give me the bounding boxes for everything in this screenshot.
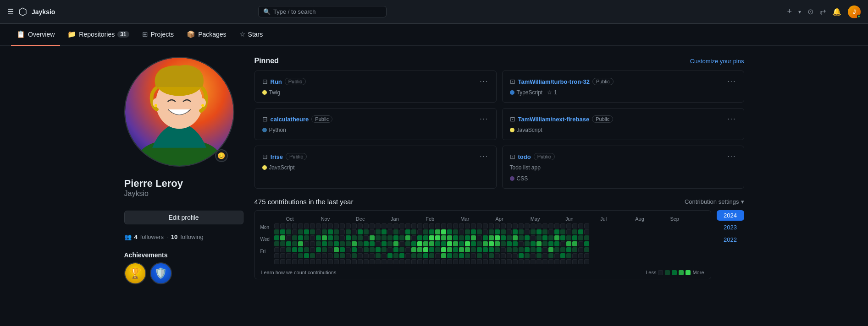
- contrib-cell[interactable]: [554, 229, 559, 234]
- contrib-cell[interactable]: [393, 229, 398, 234]
- contrib-cell[interactable]: [584, 235, 589, 240]
- contrib-cell[interactable]: [298, 247, 303, 252]
- followers-label[interactable]: followers: [140, 234, 164, 240]
- year-btn-2022[interactable]: 2022: [717, 234, 744, 245]
- contrib-cell[interactable]: [280, 235, 285, 240]
- contrib-cell[interactable]: [542, 235, 547, 240]
- contrib-cell[interactable]: [411, 259, 416, 264]
- avatar[interactable]: J: [848, 5, 861, 18]
- contrib-cell[interactable]: [346, 247, 351, 252]
- contrib-cell[interactable]: [340, 253, 345, 258]
- contrib-cell[interactable]: [292, 235, 297, 240]
- contrib-cell[interactable]: [572, 229, 577, 234]
- contrib-cell[interactable]: [435, 247, 440, 252]
- contrib-cell[interactable]: [352, 247, 357, 252]
- contrib-cell[interactable]: [429, 235, 434, 240]
- contrib-cell[interactable]: [542, 259, 547, 264]
- contrib-cell[interactable]: [417, 235, 422, 240]
- contrib-cell[interactable]: [340, 229, 345, 234]
- contrib-cell[interactable]: [447, 223, 452, 228]
- contrib-cell[interactable]: [566, 235, 571, 240]
- contrib-cell[interactable]: [459, 253, 464, 258]
- contrib-cell[interactable]: [405, 253, 410, 258]
- contrib-cell[interactable]: [531, 241, 536, 246]
- contrib-cell[interactable]: [560, 235, 565, 240]
- contrib-cell[interactable]: [364, 241, 369, 246]
- contrib-cell[interactable]: [453, 259, 458, 264]
- contrib-cell[interactable]: [572, 223, 577, 228]
- contrib-cell[interactable]: [441, 229, 446, 234]
- contrib-cell[interactable]: [387, 259, 393, 264]
- contrib-cell[interactable]: [531, 229, 536, 234]
- pinned-card-run-dots[interactable]: ···: [480, 77, 488, 86]
- contrib-cell[interactable]: [274, 247, 279, 252]
- contrib-cell[interactable]: [507, 235, 512, 240]
- contrib-cell[interactable]: [292, 241, 297, 246]
- contrib-cell[interactable]: [411, 229, 416, 234]
- contrib-cell[interactable]: [435, 259, 440, 264]
- contrib-cell[interactable]: [501, 259, 506, 264]
- contrib-cell[interactable]: [328, 223, 333, 228]
- contrib-cell[interactable]: [328, 241, 333, 246]
- contrib-cell[interactable]: [548, 247, 553, 252]
- contrib-cell[interactable]: [423, 247, 428, 252]
- contrib-cell[interactable]: [447, 241, 452, 246]
- contrib-cell[interactable]: [507, 253, 512, 258]
- contrib-cell[interactable]: [477, 259, 482, 264]
- contrib-cell[interactable]: [465, 247, 470, 252]
- contrib-cell[interactable]: [328, 235, 333, 240]
- contrib-cell[interactable]: [417, 229, 422, 234]
- subnav-item-projects[interactable]: ⊞ Projects: [137, 24, 180, 46]
- contrib-cell[interactable]: [554, 223, 559, 228]
- contrib-cell[interactable]: [364, 247, 369, 252]
- contrib-cell[interactable]: [471, 235, 476, 240]
- contrib-cell[interactable]: [358, 247, 363, 252]
- contrib-cell[interactable]: [376, 223, 381, 228]
- contrib-cell[interactable]: [495, 247, 500, 252]
- contrib-cell[interactable]: [298, 241, 303, 246]
- contrib-cell[interactable]: [554, 241, 559, 246]
- contrib-cell[interactable]: [376, 253, 381, 258]
- contrib-cell[interactable]: [572, 253, 577, 258]
- contrib-cell[interactable]: [274, 235, 279, 240]
- contrib-cell[interactable]: [352, 253, 357, 258]
- contrib-cell[interactable]: [286, 259, 291, 264]
- contrib-cell[interactable]: [584, 259, 589, 264]
- contrib-cell[interactable]: [525, 223, 530, 228]
- contrib-cell[interactable]: [536, 235, 542, 240]
- contrib-cell[interactable]: [501, 223, 506, 228]
- contrib-cell[interactable]: [399, 229, 404, 234]
- contrib-cell[interactable]: [364, 253, 369, 258]
- repo-link-calculatheure[interactable]: calculatheure: [271, 116, 309, 123]
- contrib-cell[interactable]: [554, 259, 559, 264]
- contrib-cell[interactable]: [280, 247, 285, 252]
- contrib-cell[interactable]: [584, 241, 589, 246]
- contrib-cell[interactable]: [340, 259, 345, 264]
- contrib-cell[interactable]: [435, 253, 440, 258]
- contrib-cell[interactable]: [453, 253, 458, 258]
- contrib-cell[interactable]: [465, 253, 470, 258]
- contrib-cell[interactable]: [358, 235, 363, 240]
- contrib-cell[interactable]: [477, 247, 482, 252]
- contrib-cell[interactable]: [435, 229, 440, 234]
- contrib-cell[interactable]: [554, 235, 559, 240]
- contrib-cell[interactable]: [310, 223, 315, 228]
- contrib-cell[interactable]: [316, 235, 321, 240]
- contrib-cell[interactable]: [370, 229, 375, 234]
- contrib-cell[interactable]: [334, 259, 339, 264]
- contrib-cell[interactable]: [477, 253, 482, 258]
- contrib-cell[interactable]: [328, 253, 333, 258]
- contrib-cell[interactable]: [399, 241, 404, 246]
- contrib-cell[interactable]: [423, 223, 428, 228]
- contrib-cell[interactable]: [548, 235, 553, 240]
- contrib-cell[interactable]: [381, 223, 387, 228]
- contrib-cell[interactable]: [578, 241, 583, 246]
- contrib-cell[interactable]: [447, 235, 452, 240]
- contrib-cell[interactable]: [465, 229, 470, 234]
- contrib-cell[interactable]: [507, 229, 512, 234]
- contrib-cell[interactable]: [370, 253, 375, 258]
- contrib-cell[interactable]: [572, 259, 577, 264]
- contrib-cell[interactable]: [346, 229, 351, 234]
- contrib-cell[interactable]: [304, 223, 309, 228]
- contrib-cell[interactable]: [548, 223, 553, 228]
